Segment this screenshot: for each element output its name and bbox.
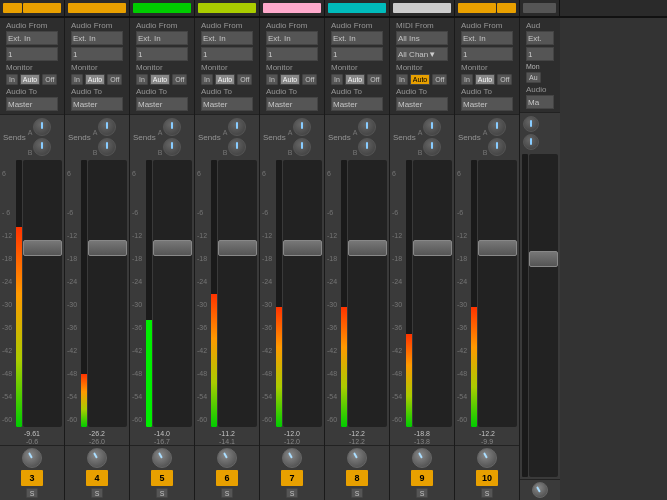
ch5-volume-knob[interactable] (282, 448, 302, 468)
ch1-send-a-knob[interactable] (33, 118, 51, 136)
ch5-auto-btn[interactable]: Auto (280, 74, 300, 85)
ch4-fader-handle[interactable] (218, 240, 257, 256)
ch7-auto-btn[interactable]: Auto (410, 74, 430, 85)
ch1-input2-select[interactable]: 1 (6, 47, 58, 61)
ch1-auto-btn[interactable]: Auto (20, 74, 40, 85)
ch4-volume-knob[interactable] (217, 448, 237, 468)
ch1-send-b-knob[interactable] (33, 138, 51, 156)
ch2-input-select[interactable]: Ext. In (71, 31, 123, 45)
ch2-off-btn[interactable]: Off (107, 74, 122, 85)
ch6-fader-handle[interactable] (348, 240, 387, 256)
ch9-fader-track[interactable] (529, 154, 558, 477)
ch4-output-select[interactable]: Master (201, 97, 253, 111)
ch5-input-select[interactable]: Ext. In (266, 31, 318, 45)
ch2-fader-track[interactable] (88, 160, 127, 427)
ch9-send-a-knob[interactable] (523, 116, 539, 132)
ch6-send-b-knob[interactable] (358, 138, 376, 156)
ch4-send-b-knob[interactable] (228, 138, 246, 156)
ch7-off-btn[interactable]: Off (432, 74, 447, 85)
ch1-solo-btn[interactable]: S (26, 488, 38, 498)
ch5-off-btn[interactable]: Off (302, 74, 317, 85)
ch5-input2-select[interactable]: 1 (266, 47, 318, 61)
ch2-send-b-knob[interactable] (98, 138, 116, 156)
ch1-off-btn[interactable]: Off (42, 74, 57, 85)
ch9-output-select[interactable]: Ma (526, 95, 554, 109)
ch9-input-select[interactable]: Ext. (526, 31, 554, 45)
ch8-fader-track[interactable] (478, 160, 517, 427)
ch7-send-b-knob[interactable] (423, 138, 441, 156)
ch5-in-btn[interactable]: In (266, 74, 278, 85)
ch7-output-select[interactable]: Master (396, 97, 448, 111)
ch3-off-btn[interactable]: Off (172, 74, 187, 85)
ch3-send-b-knob[interactable] (163, 138, 181, 156)
ch3-number[interactable]: 5 (151, 470, 173, 486)
ch2-auto-btn[interactable]: Auto (85, 74, 105, 85)
ch8-output-select[interactable]: Master (461, 97, 513, 111)
ch5-number[interactable]: 7 (281, 470, 303, 486)
ch6-input2-select[interactable]: 1 (331, 47, 383, 61)
ch7-in-btn[interactable]: In (396, 74, 408, 85)
ch6-in-btn[interactable]: In (331, 74, 343, 85)
ch5-send-b-knob[interactable] (293, 138, 311, 156)
ch3-in-btn[interactable]: In (136, 74, 148, 85)
ch1-volume-knob[interactable] (22, 448, 42, 468)
ch3-input2-select[interactable]: 1 (136, 47, 188, 61)
ch4-fader-track[interactable] (218, 160, 257, 427)
ch4-off-btn[interactable]: Off (237, 74, 252, 85)
ch3-volume-knob[interactable] (152, 448, 172, 468)
ch6-solo-btn[interactable]: S (351, 488, 363, 498)
ch5-output-select[interactable]: Master (266, 97, 318, 111)
ch2-volume-knob[interactable] (87, 448, 107, 468)
ch2-output-select[interactable]: Master (71, 97, 123, 111)
ch6-off-btn[interactable]: Off (367, 74, 382, 85)
ch8-auto-btn[interactable]: Auto (475, 74, 495, 85)
ch8-send-a-knob[interactable] (488, 118, 506, 136)
ch3-input-select[interactable]: Ext. In (136, 31, 188, 45)
ch6-send-a-knob[interactable] (358, 118, 376, 136)
ch7-fader-handle[interactable] (413, 240, 452, 256)
ch7-volume-knob[interactable] (412, 448, 432, 468)
ch8-solo-btn[interactable]: S (481, 488, 493, 498)
ch4-auto-btn[interactable]: Auto (215, 74, 235, 85)
ch8-off-btn[interactable]: Off (497, 74, 512, 85)
ch6-fader-track[interactable] (348, 160, 387, 427)
ch7-fader-track[interactable] (413, 160, 452, 427)
ch1-input-select[interactable]: Ext. In (6, 31, 58, 45)
ch8-input-select[interactable]: Ext. In (461, 31, 513, 45)
ch1-number[interactable]: 3 (21, 470, 43, 486)
ch7-input-select[interactable]: All Ins (396, 31, 448, 45)
ch9-send-b-knob[interactable] (523, 134, 539, 150)
ch8-volume-knob[interactable] (477, 448, 497, 468)
ch6-input-select[interactable]: Ext. In (331, 31, 383, 45)
ch8-in-btn[interactable]: In (461, 74, 473, 85)
ch4-send-a-knob[interactable] (228, 118, 246, 136)
ch2-number[interactable]: 4 (86, 470, 108, 486)
ch5-send-a-knob[interactable] (293, 118, 311, 136)
ch8-number[interactable]: 10 (476, 470, 498, 486)
ch3-fader-track[interactable] (153, 160, 192, 427)
ch2-fader-handle[interactable] (88, 240, 127, 256)
ch4-number[interactable]: 6 (216, 470, 238, 486)
ch1-fader-handle[interactable] (23, 240, 62, 256)
ch3-fader-handle[interactable] (153, 240, 192, 256)
ch2-input2-select[interactable]: 1 (71, 47, 123, 61)
ch2-in-btn[interactable]: In (71, 74, 83, 85)
ch8-fader-handle[interactable] (478, 240, 517, 256)
ch9-auto-btn[interactable]: Au (526, 72, 541, 83)
ch1-in-btn[interactable]: In (6, 74, 18, 85)
ch4-in-btn[interactable]: In (201, 74, 213, 85)
ch6-output-select[interactable]: Master (331, 97, 383, 111)
ch4-input-select[interactable]: Ext. In (201, 31, 253, 45)
ch8-input2-select[interactable]: 1 (461, 47, 513, 61)
ch6-number[interactable]: 8 (346, 470, 368, 486)
ch8-send-b-knob[interactable] (488, 138, 506, 156)
ch7-send-a-knob[interactable] (423, 118, 441, 136)
ch6-volume-knob[interactable] (347, 448, 367, 468)
ch3-output-select[interactable]: Master (136, 97, 188, 111)
ch5-fader-handle[interactable] (283, 240, 322, 256)
ch6-auto-btn[interactable]: Auto (345, 74, 365, 85)
ch9-input2-select[interactable]: 1 (526, 47, 554, 61)
ch9-volume-knob[interactable] (532, 482, 548, 498)
ch4-input2-select[interactable]: 1 (201, 47, 253, 61)
ch9-fader-handle[interactable] (529, 251, 558, 267)
